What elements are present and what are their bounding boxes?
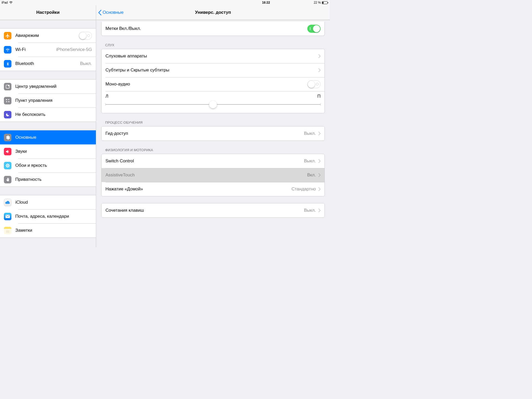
row-hearing-aids[interactable]: Слуховые аппараты bbox=[102, 49, 324, 63]
bluetooth-icon bbox=[4, 60, 11, 68]
sidebar-item-label: Приватность bbox=[15, 177, 42, 182]
svg-point-15 bbox=[8, 164, 9, 165]
flower-icon bbox=[4, 162, 11, 169]
row-labels-toggle[interactable]: Метки Вкл./Выкл. bbox=[102, 22, 324, 36]
sidebar-item-sounds[interactable]: Звуки bbox=[0, 144, 96, 158]
airplane-toggle[interactable] bbox=[79, 32, 92, 40]
row-label: Моно-аудио bbox=[105, 82, 130, 87]
notifications-icon bbox=[4, 83, 11, 90]
mail-icon bbox=[4, 213, 11, 220]
status-bar: iPad 16:22 22 % bbox=[0, 0, 330, 5]
sidebar-item-label: Пункт управления bbox=[15, 98, 52, 103]
control-center-icon bbox=[4, 97, 11, 104]
sidebar-item-privacy[interactable]: Приватность bbox=[0, 172, 96, 187]
sidebar-item-label: Заметки bbox=[15, 228, 32, 233]
row-label: Switch Control bbox=[105, 158, 134, 164]
sidebar-item-wifi[interactable]: Wi-Fi iPhoneService-5G bbox=[0, 43, 96, 57]
sidebar-item-label: Звуки bbox=[15, 149, 27, 154]
sidebar-item-label: Почта, адреса, календари bbox=[15, 214, 69, 219]
sidebar-item-mail[interactable]: Почта, адреса, календари bbox=[0, 209, 96, 223]
row-label: Метки Вкл./Выкл. bbox=[105, 26, 141, 31]
svg-rect-1 bbox=[322, 2, 323, 4]
back-button[interactable]: Основные bbox=[96, 10, 124, 15]
sidebar-item-value: Выкл. bbox=[80, 61, 92, 66]
svg-point-12 bbox=[6, 165, 7, 166]
sidebar-item-icloud[interactable]: iCloud bbox=[0, 195, 96, 209]
notes-icon bbox=[4, 227, 11, 234]
sidebar-header: Настройки bbox=[0, 5, 96, 20]
chevron-right-icon bbox=[318, 173, 321, 177]
svg-point-6 bbox=[8, 99, 9, 100]
sidebar-item-label: Центр уведомлений bbox=[15, 84, 57, 89]
detail-title: Универс. доступ bbox=[195, 10, 231, 15]
svg-point-14 bbox=[6, 164, 7, 165]
sidebar-item-dnd[interactable]: Не беспокоить bbox=[0, 108, 96, 122]
balance-left-label: Л bbox=[105, 94, 108, 99]
svg-rect-5 bbox=[6, 99, 7, 100]
sidebar-item-control-center[interactable]: Пункт управления bbox=[0, 94, 96, 108]
chevron-right-icon bbox=[318, 68, 321, 72]
row-label: AssistiveTouch bbox=[105, 172, 135, 178]
svg-point-11 bbox=[7, 166, 8, 167]
wifi-status-icon bbox=[9, 1, 13, 4]
sidebar-item-label: iCloud bbox=[15, 200, 28, 205]
svg-rect-18 bbox=[5, 215, 10, 218]
row-value: Выкл. bbox=[304, 131, 316, 136]
svg-point-17 bbox=[8, 166, 9, 167]
sidebar-item-wallpaper[interactable]: Обои и яркость bbox=[0, 158, 96, 172]
slider-thumb[interactable] bbox=[209, 101, 217, 108]
mono-audio-toggle[interactable] bbox=[307, 80, 321, 88]
sidebar-item-notifications[interactable]: Центр уведомлений bbox=[0, 79, 96, 94]
airplane-icon bbox=[4, 32, 11, 39]
labels-toggle[interactable] bbox=[307, 25, 321, 33]
sidebar-item-label: Авиарежим bbox=[15, 33, 39, 38]
balance-slider[interactable] bbox=[105, 101, 321, 108]
cloud-icon bbox=[4, 199, 11, 206]
settings-sidebar: Настройки Авиарежим Wi-Fi iPhoneService-… bbox=[0, 5, 96, 247]
chevron-left-icon bbox=[98, 10, 102, 15]
row-assistive-touch[interactable]: AssistiveTouch Вкл. bbox=[102, 168, 324, 182]
row-label: Нажатие «Домой» bbox=[105, 187, 143, 192]
row-balance-slider: Л П bbox=[102, 91, 324, 113]
row-switch-control[interactable]: Switch Control Выкл. bbox=[102, 154, 324, 168]
row-value: Выкл. bbox=[304, 158, 316, 164]
hand-icon bbox=[4, 176, 11, 183]
row-guided-access[interactable]: Гид-доступ Выкл. bbox=[102, 127, 324, 141]
chevron-right-icon bbox=[318, 209, 321, 212]
back-label: Основные bbox=[103, 10, 124, 15]
detail-pane: Основные Универс. доступ Метки Вкл./Выкл… bbox=[96, 5, 330, 247]
sidebar-item-label: Bluetooth bbox=[15, 61, 34, 66]
row-mono-audio[interactable]: Моно-аудио bbox=[102, 77, 324, 91]
balance-right-label: П bbox=[317, 94, 321, 99]
chevron-right-icon bbox=[318, 187, 321, 191]
svg-point-16 bbox=[6, 166, 7, 167]
sidebar-item-bluetooth[interactable]: Bluetooth Выкл. bbox=[0, 57, 96, 71]
svg-point-9 bbox=[7, 165, 8, 166]
wifi-icon bbox=[4, 46, 11, 54]
detail-header: Основные Универс. доступ bbox=[96, 5, 330, 20]
chevron-right-icon bbox=[318, 159, 321, 163]
sidebar-item-airplane[interactable]: Авиарежим bbox=[0, 29, 96, 43]
row-label: Субтитры и Скрытые субтитры bbox=[105, 68, 169, 73]
chevron-right-icon bbox=[318, 132, 321, 135]
sidebar-item-label: Обои и яркость bbox=[15, 163, 47, 168]
section-learning-title: ПРОЦЕСС ОБУЧЕНИЯ bbox=[101, 113, 325, 126]
row-label: Гид-доступ bbox=[105, 131, 128, 136]
row-subtitles[interactable]: Субтитры и Скрытые субтитры bbox=[102, 63, 324, 77]
gear-icon bbox=[4, 134, 11, 141]
svg-point-8 bbox=[6, 101, 7, 102]
sidebar-item-general[interactable]: Основные bbox=[0, 130, 96, 144]
battery-icon bbox=[322, 1, 328, 4]
row-value: Стандартно bbox=[291, 187, 316, 192]
row-shortcut[interactable]: Сочетания клавиш Выкл. bbox=[102, 203, 324, 217]
row-label: Сочетания клавиш bbox=[105, 208, 144, 213]
sidebar-title: Настройки bbox=[36, 10, 60, 15]
row-label: Слуховые аппараты bbox=[105, 54, 147, 59]
sidebar-item-notes[interactable]: Заметки bbox=[0, 223, 96, 237]
sidebar-item-value: iPhoneService-5G bbox=[56, 47, 92, 52]
status-time: 16:22 bbox=[262, 1, 270, 4]
row-value: Вкл. bbox=[307, 172, 316, 178]
sidebar-item-label: Wi-Fi bbox=[15, 47, 26, 52]
chevron-right-icon bbox=[318, 54, 321, 58]
row-home-click[interactable]: Нажатие «Домой» Стандартно bbox=[102, 182, 324, 196]
